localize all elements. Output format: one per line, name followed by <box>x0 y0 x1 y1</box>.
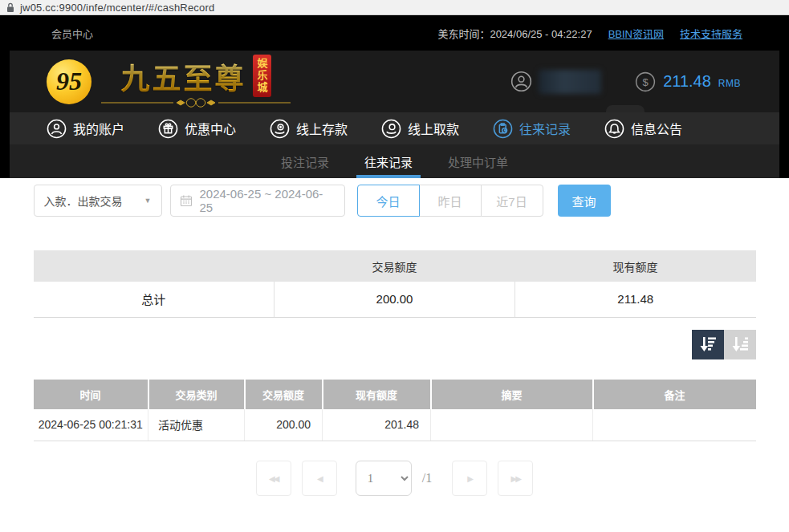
sort-ascending-button[interactable] <box>724 330 756 359</box>
total-pages-label: /1 <box>422 471 432 485</box>
member-center-label[interactable]: 会员中心 <box>51 26 93 41</box>
nav-item-withdraw[interactable]: $ 线上取款 <box>381 119 459 139</box>
top-bar: 会员中心 美东时间：2024/06/25 - 04:22:27 BBIN资讯网 … <box>0 15 789 51</box>
deposit-icon <box>270 119 290 139</box>
summary-row: 总计 200.00 211.48 <box>34 282 756 317</box>
nav-item-promotions[interactable]: 优惠中心 <box>158 119 236 139</box>
record-type: 活动优惠 <box>148 409 245 441</box>
tab-bet-records[interactable]: 投注记录 <box>276 144 334 178</box>
nav-label: 我的账户 <box>73 119 124 138</box>
record-time: 2024-06-25 00:21:31 <box>34 409 148 441</box>
records-header-time: 时间 <box>34 380 148 409</box>
records-header-amount: 交易额度 <box>245 380 323 409</box>
records-icon <box>493 119 513 139</box>
quick-date-group: 今日 昨日 近7日 <box>357 185 543 217</box>
logo-flourish <box>100 97 292 108</box>
summary-header-empty <box>34 250 275 282</box>
chevron-down-icon: ▼ <box>144 197 152 205</box>
username-blurred <box>539 70 601 94</box>
sort-descending-button[interactable] <box>692 330 724 359</box>
yesterday-button[interactable]: 昨日 <box>419 185 482 217</box>
summary-table: 交易额度 现有额度 总计 200.00 211.48 <box>34 250 756 318</box>
arrow-right-icon: ▶ <box>467 474 472 483</box>
bbin-news-link[interactable]: BBIN资讯网 <box>608 26 664 41</box>
last-7-days-button[interactable]: 近7日 <box>481 185 543 217</box>
summary-header-balance: 现有额度 <box>515 250 756 282</box>
transaction-type-select[interactable]: 入款．出款交易 ▼ <box>34 185 162 217</box>
page-number-select[interactable]: 1 <box>356 461 412 496</box>
record-balance: 201.48 <box>323 409 431 441</box>
subtab-label: 投注记录 <box>281 153 329 170</box>
next-page-button[interactable]: ▶ <box>452 461 487 496</box>
records-table: 时间 交易类别 交易额度 现有额度 摘要 备注 2024-06-25 00:21… <box>34 380 756 442</box>
calendar-icon <box>180 194 193 207</box>
subnav-section: 投注记录 往来记录 处理中订单 <box>0 144 789 178</box>
double-arrow-left-icon: ◀◀ <box>269 474 278 483</box>
filter-row: 入款．出款交易 ▼ 2024-06-25 ~ 2024-06-25 今日 昨日 … <box>34 185 756 217</box>
nav-label: 线上存款 <box>296 119 348 138</box>
pagination: ◀◀ ◀ 1 /1 ▶ ▶▶ <box>34 461 756 496</box>
sort-controls <box>34 330 756 359</box>
summary-header-trade-amount: 交易额度 <box>275 250 515 282</box>
bell-icon <box>604 119 624 139</box>
subtab-label: 处理中订单 <box>448 153 508 170</box>
nav-label: 优惠中心 <box>185 119 236 138</box>
dollar-coin-icon: $ <box>635 71 656 92</box>
nav-item-transaction-records[interactable]: 往来记录 <box>493 119 571 139</box>
tab-pending-orders[interactable]: 处理中订单 <box>443 144 513 178</box>
lock-icon <box>6 2 14 13</box>
nav-item-deposit[interactable]: 线上存款 <box>270 119 348 139</box>
nav-label: 线上取款 <box>408 119 459 138</box>
table-row: 2024-06-25 00:21:31 活动优惠 200.00 201.48 <box>34 409 756 441</box>
summary-total-label: 总计 <box>34 282 275 317</box>
date-range-input[interactable]: 2024-06-25 ~ 2024-06-25 <box>170 185 345 217</box>
header-section: 95 九五至尊 娱乐城 <box>0 51 789 112</box>
sort-ascending-icon <box>730 335 750 353</box>
balance-currency: RMB <box>718 78 741 89</box>
nav-section: 我的账户 优惠中心 线上存款 $ 线上取款 往来记录 <box>0 112 789 144</box>
withdraw-icon: $ <box>381 119 401 139</box>
record-note <box>593 409 756 441</box>
user-avatar-icon <box>510 71 532 92</box>
last-page-button[interactable]: ▶▶ <box>498 461 533 496</box>
records-header-note: 备注 <box>593 380 756 409</box>
nav-item-my-account[interactable]: 我的账户 <box>47 119 124 139</box>
select-value: 入款．出款交易 <box>44 193 123 209</box>
nav-label: 信息公告 <box>631 119 682 138</box>
nav-label: 往来记录 <box>519 119 571 138</box>
nav-notch <box>606 105 645 112</box>
tech-support-link[interactable]: 技术支持服务 <box>680 26 742 41</box>
records-header-balance: 现有额度 <box>323 380 431 409</box>
user-icon <box>47 119 67 139</box>
date-range-value: 2024-06-25 ~ 2024-06-25 <box>200 187 336 214</box>
first-page-button[interactable]: ◀◀ <box>256 461 291 496</box>
double-arrow-right-icon: ▶▶ <box>511 474 520 483</box>
records-header-summary: 摘要 <box>431 380 593 409</box>
nav-item-announcements[interactable]: 信息公告 <box>604 119 682 139</box>
search-button[interactable]: 查询 <box>558 185 611 217</box>
summary-balance: 211.48 <box>515 282 756 317</box>
balance-amount: 211.48 <box>663 72 711 91</box>
wallet-balance[interactable]: $ 211.48 RMB <box>635 71 741 92</box>
tab-transaction-records[interactable]: 往来记录 <box>360 144 417 178</box>
records-header-type: 交易类别 <box>148 380 245 409</box>
subtab-label: 往来记录 <box>364 153 413 170</box>
logo-monogram: 95 <box>47 59 92 104</box>
eastern-time-label: 美东时间：2024/06/25 - 04:22:27 <box>437 26 592 41</box>
svg-text:$: $ <box>643 75 649 87</box>
summary-trade-amount: 200.00 <box>275 282 515 317</box>
gift-icon <box>158 119 178 139</box>
today-button[interactable]: 今日 <box>357 185 420 217</box>
record-summary <box>431 409 593 441</box>
main-content: 入款．出款交易 ▼ 2024-06-25 ~ 2024-06-25 今日 昨日 … <box>0 185 789 496</box>
sort-descending-icon <box>698 335 718 353</box>
browser-url-bar: jw05.cc:9900/infe/mcenter/#/cashRecord <box>0 0 789 15</box>
logo-title: 九五至尊 <box>120 55 246 97</box>
previous-page-button[interactable]: ◀ <box>302 461 337 496</box>
logo-badge: 娱乐城 <box>253 55 271 97</box>
arrow-left-icon: ◀ <box>317 474 322 483</box>
record-amount: 200.00 <box>245 409 323 441</box>
site-logo[interactable]: 95 九五至尊 娱乐城 <box>47 55 292 108</box>
url-text[interactable]: jw05.cc:9900/infe/mcenter/#/cashRecord <box>20 2 214 14</box>
